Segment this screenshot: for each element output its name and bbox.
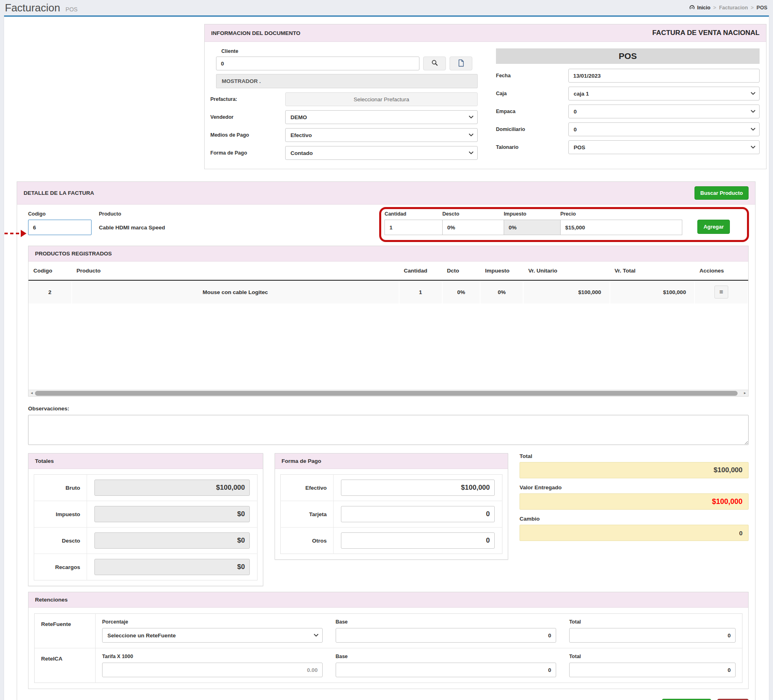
descto-label: Descto [442,211,504,217]
invoice-type-title: FACTURA DE VENTA NACIONAL [652,29,760,37]
recargos-readonly-input [94,559,250,575]
annotation-arrow-dashes [4,233,19,234]
descto-field: Descto [442,211,504,235]
fecha-label: Fecha [496,73,568,79]
precio-input[interactable] [560,220,682,235]
retefuente-total-input[interactable] [569,628,736,643]
bruto-label: Bruto [34,475,87,501]
tarjeta-row: Tarjeta [281,501,502,528]
totales-row-recargos: Recargos [34,554,258,580]
seleccionar-prefactura-button[interactable]: Seleccionar Prefactura [285,92,478,106]
totales-header: Totales [28,454,263,469]
caja-select[interactable]: caja 1 [568,87,760,100]
impuesto-readonly-input [504,220,561,235]
observaciones-label: Observaciones: [28,406,749,412]
vendedor-row: Vendedor DEMO [210,110,485,124]
totals-section: Totales Bruto Impuesto [28,453,749,586]
otros-row: Otros [281,528,502,554]
medios-pago-label: Medios de Pago [210,132,285,138]
cliente-search-button[interactable] [423,57,446,70]
medios-pago-select[interactable]: Efectivo [285,128,478,142]
total-label: Total [520,453,749,459]
totales-table: Bruto Impuesto Descto [34,474,258,580]
precio-field: Precio [560,211,682,235]
reteica-total-input[interactable] [569,663,736,677]
col-header-vr-unitario: Vr. Unitario [523,262,609,280]
cliente-new-document-button[interactable] [450,57,472,70]
col-header-dcto: Dcto [442,262,480,280]
agregar-button[interactable]: Agregar [697,220,730,234]
domiciliario-row: Domiciliario 0 [496,122,760,136]
invoice-detail-panel: DETALLE DE LA FACTURA Buscar Producto Co… [17,181,756,700]
row-actions-menu-button[interactable]: ≡ [714,286,728,299]
recargos-label: Recargos [34,554,87,580]
talonario-row: Talonario POS [496,140,760,154]
dashboard-icon [689,5,695,11]
breadcrumb-separator: > [751,5,753,11]
breadcrumb-pos: POS [757,5,767,11]
scroll-left-arrow[interactable]: ◄ [28,391,35,395]
prefactura-row: Prefactura: Seleccionar Prefactura [210,92,485,106]
vendedor-label: Vendedor [210,114,285,120]
reteica-base-input[interactable] [336,663,556,677]
registered-products-panel: PRODUCTOS REGISTRADOS Codigo Producto Ca… [28,246,749,397]
vendedor-value: DEMO [290,114,307,120]
breadcrumb: Inicio > Facturacion > POS [689,5,767,11]
cantidad-field: Cantidad [384,211,443,235]
impuesto-field: Impuesto [504,211,561,235]
vendedor-select[interactable]: DEMO [285,110,478,124]
reteica-base-label: Base [336,654,556,659]
domiciliario-value: 0 [574,126,577,133]
col-header-producto: Producto [72,262,399,280]
retenciones-header: Retenciones [28,592,748,608]
retefuente-select-value: Seleccione un ReteFuente [107,632,176,639]
tarjeta-input[interactable] [341,506,495,522]
forma-pago-select[interactable]: Contado [285,146,478,160]
horizontal-scrollbar[interactable]: ◄ ► [28,390,748,396]
buscar-producto-button[interactable]: Buscar Producto [694,186,749,200]
retenciones-title: Retenciones [35,597,68,603]
document-info-title: INFORMACION DEL DOCUMENTO [211,30,300,36]
cantidad-input[interactable] [384,220,443,235]
cliente-input[interactable] [216,57,419,70]
domiciliario-select[interactable]: 0 [568,122,760,136]
scrollbar-thumb[interactable] [35,391,738,396]
impuesto-total-readonly-input [94,506,250,522]
observaciones-textarea[interactable] [28,415,749,445]
summary-column: Total $100,000 Valor Entregado $100,000 … [520,453,749,547]
retefuente-select[interactable]: Seleccione un ReteFuente [102,628,323,643]
breadcrumb-facturacion[interactable]: Facturacion [719,5,748,11]
col-header-vr-total: Vr. Total [610,262,695,280]
prefactura-label: Prefactura: [210,96,285,102]
forma-pago-header: Forma de Pago [275,454,508,469]
codigo-input[interactable] [28,220,92,235]
file-icon [458,59,464,68]
scroll-right-arrow[interactable]: ► [742,391,748,395]
forma-pago-panel: Forma de Pago Efectivo Tarjeta [275,453,508,560]
forma-pago-title: Forma de Pago [282,458,321,464]
empaca-select[interactable]: 0 [568,105,760,118]
breadcrumb-home-link[interactable]: Inicio [689,5,710,11]
talonario-select[interactable]: POS [568,140,760,154]
row-dcto: 0% [442,280,480,303]
document-info-header: INFORMACION DEL DOCUMENTO FACTURA DE VEN… [205,24,766,42]
medios-pago-value: Efectivo [290,132,312,138]
totales-row-impuesto: Impuesto [34,501,258,528]
breadcrumb-separator: > [713,5,716,11]
row-vr-total: $100,000 [610,280,695,303]
retefuente-base-input[interactable] [336,628,556,643]
breadcrumb-home-label: Inicio [697,5,710,11]
totales-row-descto: Descto [34,528,258,554]
cliente-label: Cliente [221,48,485,54]
otros-input[interactable] [341,532,495,549]
col-header-acciones: Acciones [694,262,748,280]
reteica-total-label: Total [569,654,736,659]
porcentaje-label: Porcentaje [102,619,323,625]
efectivo-input[interactable] [341,480,495,496]
producto-value: Cable HDMI marca Speed [99,220,384,231]
tarifa-input[interactable] [102,663,323,677]
fecha-input[interactable] [568,69,760,83]
descto-input[interactable] [442,220,504,235]
efectivo-label: Efectivo [281,475,334,501]
reteica-row: ReteICA Tarifa X 1000 Base Total [35,648,742,683]
